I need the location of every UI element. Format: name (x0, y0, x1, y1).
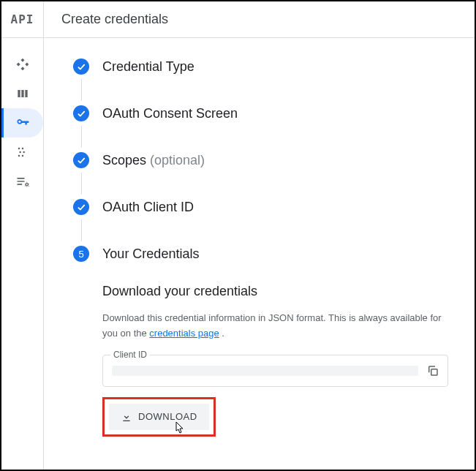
page-header: Create credentials (44, 1, 475, 38)
copy-button[interactable] (424, 362, 442, 380)
nav (1, 38, 43, 196)
nav-credentials[interactable] (1, 108, 43, 137)
download-label: DOWNLOAD (138, 411, 197, 422)
svg-point-0 (18, 148, 20, 150)
check-icon (73, 105, 89, 121)
step-label-text: Scopes (102, 153, 146, 167)
step-label: Scopes (optional) (102, 152, 205, 168)
check-icon (73, 152, 89, 168)
step-label: OAuth Consent Screen (102, 105, 238, 121)
section-heading: Download your credentials (102, 284, 448, 299)
nav-consent[interactable] (1, 137, 43, 167)
diamond-icon (15, 57, 30, 72)
connector (81, 126, 82, 148)
svg-point-1 (21, 148, 23, 150)
content: Credential Type OAuth Consent Screen (44, 38, 475, 437)
credentials-section: Download your credentials Download this … (102, 284, 448, 437)
credentials-page-link[interactable]: credentials page (149, 328, 219, 339)
connector (81, 79, 82, 101)
main: Create credentials Credential Type (44, 1, 475, 470)
client-id-field[interactable]: Client ID (102, 355, 448, 387)
svg-point-2 (19, 151, 21, 154)
client-id-value (112, 366, 418, 376)
step-number: 5 (73, 246, 89, 262)
nav-settings[interactable] (1, 167, 43, 196)
download-button[interactable]: DOWNLOAD (109, 404, 209, 430)
nav-library[interactable] (1, 79, 43, 108)
svg-rect-7 (431, 369, 437, 374)
dots-icon (15, 145, 30, 159)
nav-dashboard[interactable] (1, 50, 43, 79)
step-oauth-client-id[interactable]: OAuth Client ID (70, 199, 448, 246)
svg-point-6 (26, 184, 28, 186)
svg-point-5 (21, 155, 23, 157)
field-label: Client ID (110, 350, 150, 360)
check-icon (73, 59, 89, 75)
library-icon (15, 86, 30, 101)
connector (81, 219, 82, 241)
step-scopes[interactable]: Scopes (optional) (70, 152, 448, 199)
step-label: Your Credentials (102, 246, 199, 262)
page-title: Create credentials (61, 12, 168, 27)
desc-suffix: . (219, 328, 224, 339)
copy-icon (426, 364, 439, 377)
svg-point-4 (18, 155, 20, 157)
api-logo: API (1, 1, 43, 38)
settings-icon (15, 174, 30, 189)
section-description: Download this credential information in … (102, 311, 448, 342)
sidebar: API (1, 1, 44, 470)
check-icon (73, 199, 89, 215)
download-highlight: DOWNLOAD (102, 397, 216, 437)
step-label: OAuth Client ID (102, 199, 194, 215)
connector (81, 173, 82, 195)
download-icon (121, 411, 132, 423)
svg-point-3 (23, 151, 25, 154)
step-credential-type[interactable]: Credential Type (70, 59, 448, 105)
step-oauth-consent[interactable]: OAuth Consent Screen (70, 105, 448, 152)
step-label: Credential Type (102, 59, 194, 75)
step-your-credentials[interactable]: 5 Your Credentials (70, 246, 448, 262)
key-icon (15, 116, 30, 130)
optional-text: (optional) (150, 153, 205, 167)
